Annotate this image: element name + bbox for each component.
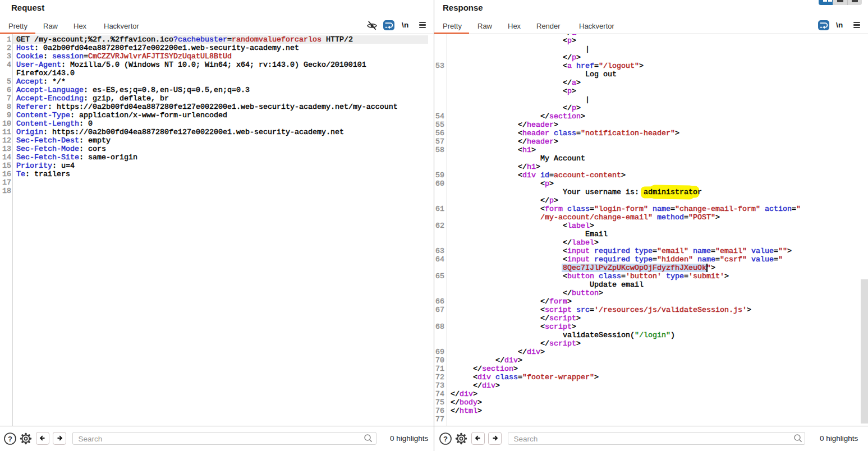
- svg-text:?: ?: [443, 435, 448, 443]
- svg-text:?: ?: [8, 435, 12, 443]
